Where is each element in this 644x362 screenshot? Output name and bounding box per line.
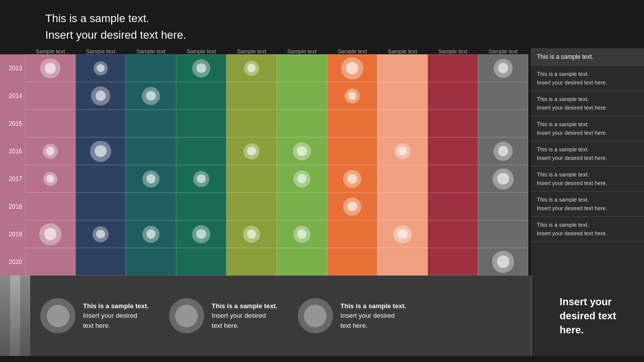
grid-cell-3-7 bbox=[176, 248, 226, 276]
grid-cell-8-2 bbox=[428, 110, 478, 137]
bubble bbox=[393, 225, 412, 243]
grid-cell-9-4 bbox=[478, 165, 528, 193]
bubble-inner bbox=[146, 91, 156, 101]
bottom-accent bbox=[0, 276, 30, 356]
col-header-9: Sample text bbox=[478, 48, 528, 54]
year-label-2019: 2019 bbox=[0, 220, 25, 248]
header-line2: Insert your desired text here. bbox=[45, 29, 186, 41]
bubble bbox=[494, 59, 513, 78]
right-panel-item-1: This is a sample text.Insert your desire… bbox=[531, 91, 644, 116]
grid-cell-2-1 bbox=[126, 82, 176, 110]
grid-col-2 bbox=[126, 54, 176, 276]
bubble bbox=[94, 61, 108, 75]
grid-cell-6-6 bbox=[327, 220, 377, 248]
grid-cell-1-6 bbox=[75, 220, 126, 248]
bubble-inner bbox=[297, 229, 307, 239]
bubble bbox=[142, 170, 159, 188]
grid-cell-4-5 bbox=[226, 193, 277, 220]
right-panel-item-0: This is a sample text.Insert your desire… bbox=[531, 66, 644, 91]
right-panel-item-2: This is a sample text.Insert your desire… bbox=[531, 116, 644, 141]
grid-col-7 bbox=[377, 54, 428, 276]
bottom-item-2: This is a sample text.Insert your desire… bbox=[298, 298, 407, 333]
grid-wrapper: 20132014201520162017201820192020 bbox=[0, 54, 531, 276]
bubble-inner bbox=[96, 230, 105, 239]
bubble-inner bbox=[97, 64, 104, 72]
bottom-item-1: This is a sample text.Insert your desire… bbox=[169, 298, 278, 333]
bubble bbox=[40, 58, 60, 78]
grid-cell-4-0 bbox=[226, 54, 277, 82]
grid-cell-1-2 bbox=[75, 110, 126, 137]
bottom-circle-inner bbox=[47, 305, 69, 327]
grid-cell-7-7 bbox=[377, 248, 428, 276]
grid-cell-6-2 bbox=[327, 110, 377, 137]
bubble bbox=[142, 226, 159, 243]
grid-cell-8-5 bbox=[428, 193, 478, 220]
grid-cell-7-1 bbox=[377, 82, 428, 110]
grid-cell-0-7 bbox=[25, 248, 75, 276]
bottom-item-text: This is a sample text.Insert your desire… bbox=[83, 301, 149, 331]
header-title: This is a sample text. Insert your desir… bbox=[45, 10, 644, 43]
col-header-2: Sample text bbox=[126, 48, 176, 54]
right-panel-item-3: This is a sample text.Insert your desire… bbox=[531, 141, 644, 166]
grid-cell-6-4 bbox=[327, 165, 377, 193]
bubble-inner bbox=[196, 229, 206, 239]
grid-cell-2-3 bbox=[126, 137, 176, 165]
bubble bbox=[293, 142, 311, 160]
grid-col-8 bbox=[428, 54, 478, 276]
grid-col-3 bbox=[176, 54, 226, 276]
bubble bbox=[492, 251, 514, 273]
year-label-2015: 2015 bbox=[0, 110, 25, 137]
grid-cell-9-7 bbox=[478, 248, 528, 276]
grid-cell-2-6 bbox=[126, 220, 176, 248]
grid-cell-5-1 bbox=[277, 82, 327, 110]
grid-cell-2-5 bbox=[126, 193, 176, 220]
col-header-4: Sample text bbox=[226, 48, 277, 54]
grid-cell-3-4 bbox=[176, 165, 226, 193]
grid-cell-1-3 bbox=[75, 137, 126, 165]
grid-cell-0-0 bbox=[25, 54, 75, 82]
grid-cell-3-3 bbox=[176, 137, 226, 165]
grid-cell-9-3 bbox=[478, 137, 528, 165]
col-header-6: Sample text bbox=[327, 48, 377, 54]
grid-cell-7-0 bbox=[377, 54, 428, 82]
grid-cell-3-0 bbox=[176, 54, 226, 82]
grid-cell-9-2 bbox=[478, 110, 528, 137]
col-header-7: Sample text bbox=[377, 48, 428, 54]
right-panel-item-6: This is a sample text.Insert your desire… bbox=[531, 217, 644, 242]
bottom-item-0: This is a sample text.Insert your desire… bbox=[40, 298, 149, 333]
year-label-2018: 2018 bbox=[0, 193, 25, 220]
grid-col-5 bbox=[277, 54, 327, 276]
bubble bbox=[343, 198, 361, 216]
bubble-inner bbox=[347, 202, 357, 212]
col-header-5: Sample text bbox=[277, 48, 327, 54]
grid-cell-4-4 bbox=[226, 165, 277, 193]
grid-col-1 bbox=[75, 54, 126, 276]
bottom-circle-inner bbox=[304, 305, 327, 327]
bubble bbox=[345, 88, 360, 104]
bubble bbox=[93, 226, 109, 242]
bubble-inner bbox=[247, 229, 257, 239]
bottom-item-text: This is a sample text.Insert your desire… bbox=[212, 301, 278, 331]
bubble bbox=[142, 87, 160, 105]
grid-cell-9-1 bbox=[478, 82, 528, 110]
bubble bbox=[43, 144, 58, 159]
grid-cell-8-0 bbox=[428, 54, 478, 82]
bubble bbox=[90, 141, 111, 162]
bubble-inner bbox=[95, 145, 106, 157]
grid-section: Sample textSample textSample textSample … bbox=[0, 48, 531, 276]
grid-cell-3-5 bbox=[176, 193, 226, 220]
bubble bbox=[244, 143, 260, 159]
bubble bbox=[192, 225, 210, 243]
grid-cell-1-5 bbox=[75, 193, 126, 220]
bubble-inner bbox=[46, 147, 55, 155]
grid-cell-1-0 bbox=[75, 54, 126, 82]
bubble-inner bbox=[196, 63, 206, 73]
col-header-3: Sample text bbox=[176, 48, 226, 54]
grid-cell-2-2 bbox=[126, 110, 176, 137]
bubble-inner bbox=[498, 63, 509, 73]
bubble bbox=[293, 226, 310, 243]
bubble bbox=[193, 171, 209, 187]
grid-cell-2-7 bbox=[126, 248, 176, 276]
grid-cell-4-6 bbox=[226, 220, 277, 248]
grid-body bbox=[25, 54, 531, 276]
